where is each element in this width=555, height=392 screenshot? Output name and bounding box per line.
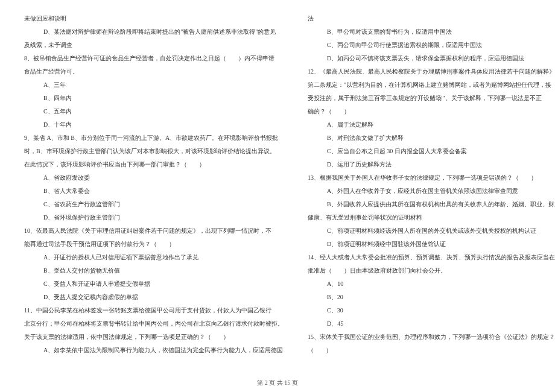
exam-text-line: 14、经人大或者人大常委会批准的预算、预算调整、决算、预算执行情况的报告及报表应… (308, 251, 555, 264)
exam-text-line: D、45 (308, 317, 555, 330)
exam-text-line: 第二条规定："以营利为目的，在计算机网络上建立赌博网站，或者为赌博网站担任代理，… (308, 78, 555, 92)
exam-text-line: C、丙公司向甲公司行使票据追索权的期限，应适用中国法 (308, 39, 555, 52)
exam-text-line: 13、根据我国关于外国人在华收养子女的法律规定，下列哪一选项是错误的？（ ） (308, 171, 555, 185)
exam-text-line: C、受益人和开证申请人串通提交假单据 (24, 277, 284, 291)
exam-text-line: B、受益人交付的货物无价值 (24, 264, 284, 277)
exam-text-line: 及线索，未予调查 (24, 39, 284, 52)
exam-text-line: 11、中国公民李某在柏林签发一张转账支票给德国甲公司用于支付货款，付款人为中国乙… (24, 304, 284, 317)
exam-text-line: A、10 (308, 277, 555, 291)
exam-text-line: 15、宋体关于我国公证的业务范围、办理程序和效力，下列哪一选项符合《公证法》的规… (308, 330, 555, 344)
exam-text-line: 确的？（ ） (308, 105, 555, 118)
exam-text-line: 北京分行；甲公司在柏林将支票背书转让给中国丙公司，丙公司在北京向乙银行请求付款时… (24, 317, 284, 330)
exam-text-line: 关于该支票的法律适用，依中国法律规定，下列哪一选项是正确的？（ ） (24, 330, 284, 344)
exam-text-line: A、省政府发改委 (24, 171, 284, 185)
exam-text-line: A、开证行的授权人已对信用证项下票据善意地作出了承兑 (24, 251, 284, 264)
exam-text-line: 受投注的，属于刑法第三百零三条规定的'开设赌场'"。关于该解释，下列哪一说法是不… (308, 92, 555, 105)
exam-text-line: B、省人大常委会 (24, 185, 284, 198)
exam-text-line: A、属于法定解释 (308, 118, 555, 131)
exam-text-line: 10、依最高人民法院《关于审理信用证纠纷案件若干问题的规定》，出现下列哪一情况时… (24, 224, 284, 238)
exam-text-line: 法 (308, 12, 555, 25)
exam-text-line: C、五年内 (24, 105, 284, 118)
exam-text-line: C、省农药生产行政监管部门 (24, 198, 284, 211)
exam-text-line: B、对刑法条文做了扩大解释 (308, 131, 555, 145)
exam-page: 未做回应和说明D、某法庭对辩护律师在辩论阶段即将结束时提出的"被告人庭前供述系非… (0, 0, 555, 392)
exam-text-line: B、甲公司对该支票的背书行为，应适用中国法 (308, 25, 555, 39)
exam-text-line: 未做回应和说明 (24, 12, 284, 25)
exam-text-line: B、外国收养人应提供由其所在国有权机构出具的有关收养人的年龄、婚姻、职业、财产、 (308, 198, 555, 211)
exam-text-line: （ ） (308, 344, 555, 357)
exam-text-line: B、四年内 (24, 92, 284, 105)
exam-text-line: 12、《最高人民法院、最高人民检察院关于办理赌博刑事案件具体应用法律若干问题的解… (308, 65, 555, 78)
exam-text-line: C、30 (308, 304, 555, 317)
exam-text-line: 时，B、市环境保护行政主管部门认为该厂对本市影响很大，对该环境影响评价结论提出异… (24, 145, 284, 158)
left-column: 未做回应和说明D、某法庭对辩护律师在辩论阶段即将结束时提出的"被告人庭前供述系非… (24, 12, 284, 368)
exam-text-line: 食品生产经营许可。 (24, 65, 284, 78)
exam-text-line: 健康、有无受过刑事处罚等状况的证明材料 (308, 211, 555, 224)
exam-text-line: D、运用了历史解释方法 (308, 158, 555, 171)
exam-text-line: A、三年 (24, 78, 284, 92)
exam-text-line: D、十年内 (24, 118, 284, 131)
exam-text-line: C、应当自公布之日起 30 日内报全国人大常委会备案 (308, 145, 555, 158)
exam-text-line: B、20 (308, 291, 555, 304)
exam-text-line: 能再通过司法手段干预信用证项下的付款行为？（ ） (24, 238, 284, 251)
exam-text-line: 9、某省 A、市和 B、市分别位于同一河流的上下游。A、市欲建农药厂。在环境影响… (24, 131, 284, 145)
exam-text-line: D、如丙公司不慎将该支票丢失，请求保全票据权利的程序，应适用德国法 (308, 52, 555, 65)
exam-text-line: C、前项证明材料须经该外国人所在国的外交机关或该外交机关授权的机构认证 (308, 224, 555, 238)
exam-text-line: D、受益人提交记载内容虚假的单据 (24, 291, 284, 304)
exam-text-line: A、外国人在华收养子女，应经其所在国主管机关依照该国法律审查同意 (308, 185, 555, 198)
exam-text-line: D、某法庭对辩护律师在辩论阶段即将结束时提出的"被告人庭前供述系非法取得"的意见 (24, 25, 284, 39)
exam-text-line: D、前项证明材料须经中国驻该外国使馆认证 (308, 238, 555, 251)
exam-text-line: D、省环境保护行政主管部门 (24, 211, 284, 224)
exam-text-line: 8、被吊销食品生产经营许可证的食品生产经营者，自处罚决定作出之日起（ ）内不得申… (24, 52, 284, 65)
page-footer: 第 2 页 共 15 页 (0, 379, 555, 387)
exam-text-line: 批准后（ ）日由本级政府财政部门向社会公开。 (308, 264, 555, 277)
exam-text-line: 在此情况下，该环境影响评价书应当由下列哪一部门审批？（ ） (24, 158, 284, 171)
exam-text-line: A、如李某依中国法为限制民事行为能力人，依德国法为完全民事行为能力人，应适用德国 (24, 344, 284, 357)
right-column: 法B、甲公司对该支票的背书行为，应适用中国法C、丙公司向甲公司行使票据追索权的期… (308, 12, 555, 368)
